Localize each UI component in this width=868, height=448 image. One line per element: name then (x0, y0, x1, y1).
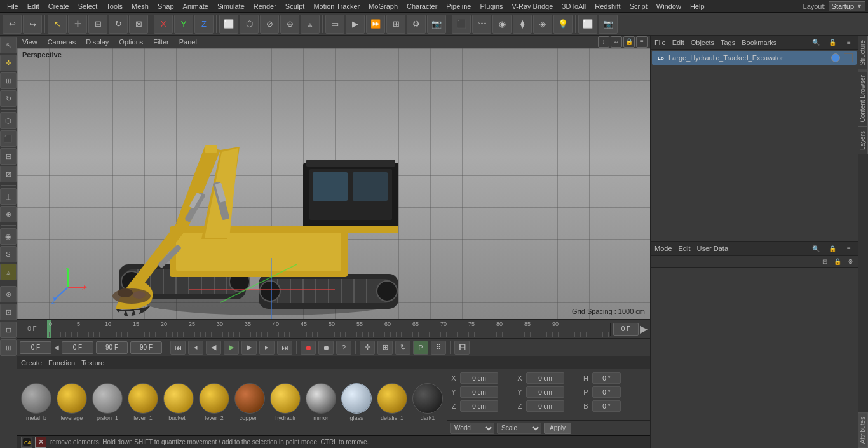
menu-select[interactable]: Select (74, 0, 102, 13)
left-tool-16[interactable]: ⊟ (0, 322, 17, 338)
left-tool-8[interactable]: ⊠ (0, 166, 17, 182)
transport-p-key[interactable]: P (413, 341, 428, 355)
obj-menu-edit[interactable]: Edit (672, 39, 684, 46)
menu-create[interactable]: Create (44, 0, 74, 13)
left-tool-14[interactable]: ⊛ (0, 286, 17, 302)
transport-end-frame-1[interactable] (96, 341, 128, 354)
mat-menu-function[interactable]: Function (48, 359, 75, 367)
left-tool-3[interactable]: ⊞ (0, 72, 17, 89)
attr-menu-mode[interactable]: Mode (654, 245, 672, 252)
attr-lock-icon[interactable]: 🔒 (827, 243, 837, 254)
rotate-tool-button[interactable]: ↻ (109, 15, 128, 34)
transport-record[interactable]: ⏺ (301, 341, 316, 355)
coord-y-size-input[interactable] (526, 386, 564, 398)
polygon-mode-button[interactable]: ⬡ (240, 15, 259, 34)
scale-select[interactable]: Scale (497, 423, 541, 434)
attr-menu-icon[interactable]: ≡ (844, 243, 854, 254)
menu-plugins[interactable]: Plugins (475, 0, 507, 13)
transport-play[interactable]: ▶ (224, 341, 239, 355)
object-vis-toggle[interactable]: · (844, 53, 853, 62)
transport-last[interactable]: ⏭ (277, 341, 292, 355)
move-tool-button[interactable]: ✛ (68, 15, 87, 34)
material-item-leverage[interactable]: leverage (55, 383, 88, 421)
left-tool-4[interactable]: ↻ (0, 90, 17, 107)
cinema-logo[interactable]: C4 (21, 437, 32, 448)
mat-menu-texture[interactable]: Texture (81, 359, 104, 367)
transport-end-frame-2[interactable] (130, 341, 162, 354)
coord-x-size-input[interactable] (526, 372, 564, 384)
menu-sculpt[interactable]: Sculpt (281, 0, 309, 13)
viewport-tab-panel[interactable]: Panel (177, 38, 200, 46)
coord-x-pos-input[interactable] (460, 372, 498, 384)
left-tool-13[interactable]: ⟁ (0, 264, 17, 280)
menu-animate[interactable]: Animate (179, 0, 213, 13)
menu-window[interactable]: Window (652, 0, 686, 13)
menu-help[interactable]: Help (686, 0, 709, 13)
transform-tool-button[interactable]: ⊠ (129, 15, 148, 34)
material-item-piston[interactable]: piston_1 (91, 383, 124, 421)
viewport-tab-display[interactable]: Display (83, 38, 111, 46)
obj-menu-file[interactable]: File (654, 39, 666, 46)
material-item-lever2[interactable]: lever_2 (198, 383, 231, 421)
select-mode-button[interactable]: ↖ (48, 15, 67, 34)
left-tool-10[interactable]: ⊕ (0, 206, 17, 222)
menu-render[interactable]: Render (249, 0, 281, 13)
render-queue-button[interactable]: ⊞ (386, 15, 405, 34)
apply-button[interactable]: Apply (544, 423, 571, 434)
side-tab-content-browser[interactable]: Content Browser (858, 71, 868, 126)
material-item-lever1[interactable]: lever_1 (126, 383, 159, 421)
left-tool-12[interactable]: S (0, 246, 17, 262)
scale-tool-button[interactable]: ⊞ (88, 15, 107, 34)
viewport-ctrl-menu[interactable]: ≡ (636, 36, 648, 48)
menu-mesh[interactable]: Mesh (127, 0, 153, 13)
material-item-glass[interactable]: glass (340, 383, 373, 421)
menu-vray[interactable]: V-Ray Bridge (508, 0, 558, 13)
cube-prim-button[interactable]: ⬛ (452, 15, 471, 34)
deformer-button[interactable]: ⧫ (513, 15, 532, 34)
material-item-copper[interactable]: copper_ (233, 383, 266, 421)
material-item-hydraulic[interactable]: hydrauli (269, 383, 302, 421)
effector-button[interactable]: ◈ (533, 15, 552, 34)
transport-next-key[interactable]: ▸ (259, 341, 275, 355)
transport-prev-key[interactable]: ◂ (188, 341, 203, 355)
left-tool-2[interactable]: ✛ (0, 55, 17, 71)
menu-character[interactable]: Character (402, 0, 442, 13)
viewport-ctrl-lock[interactable]: 🔒 (623, 36, 635, 48)
obj-menu-objects[interactable]: Objects (691, 39, 714, 46)
obj-menu-tags[interactable]: Tags (721, 39, 735, 46)
menu-edit[interactable]: Edit (23, 0, 44, 13)
side-tab-structure[interactable]: Structure (858, 36, 868, 71)
viewport-tab-filter[interactable]: Filter (151, 38, 171, 46)
material-item-mirror[interactable]: mirror (304, 383, 337, 421)
render-active-button[interactable]: ▶ (346, 15, 365, 34)
transport-scale-key[interactable]: ⊞ (377, 341, 393, 355)
coord-p-input[interactable] (592, 386, 621, 398)
transport-prev[interactable]: ◀ (206, 341, 221, 355)
undo-button[interactable]: ↩ (3, 15, 22, 34)
menu-mograph[interactable]: MoGraph (364, 0, 402, 13)
coord-z-size-input[interactable] (526, 400, 564, 412)
uv-mode-button[interactable]: ⟁ (301, 15, 320, 34)
left-tool-6[interactable]: ⬛ (0, 130, 17, 147)
mat-menu-create[interactable]: Create (21, 359, 42, 367)
render-region-button[interactable]: ▭ (325, 15, 344, 34)
transport-dots[interactable]: ⠿ (431, 341, 446, 355)
object-item-excavator[interactable]: Lo Large_Hydraulic_Tracked_Excavator · (652, 51, 857, 65)
transport-film[interactable]: 🎞 (454, 341, 470, 355)
render-settings-button[interactable]: ⚙ (407, 15, 426, 34)
nurbs-button[interactable]: ◉ (492, 15, 512, 34)
transport-next[interactable]: ▶ (241, 341, 257, 355)
status-close-button[interactable]: ✕ (35, 437, 46, 448)
axis-z-button[interactable]: Z (194, 15, 214, 34)
transport-move[interactable]: ✛ (360, 341, 375, 355)
left-tool-11[interactable]: ◉ (0, 228, 17, 245)
viewport-tab-cameras[interactable]: Cameras (45, 38, 79, 46)
menu-motion-tracker[interactable]: Motion Tracker (309, 0, 364, 13)
transport-start-frame[interactable] (20, 341, 51, 354)
timeline[interactable]: 0 F 0 5 10 15 20 25 30 35 40 (17, 319, 650, 338)
menu-redshift[interactable]: Redshift (590, 0, 625, 13)
transport-current-frame[interactable] (62, 341, 93, 354)
left-tool-5[interactable]: ⬡ (0, 112, 17, 129)
frame-end-input[interactable] (613, 323, 639, 336)
light-button[interactable]: 💡 (553, 15, 573, 34)
